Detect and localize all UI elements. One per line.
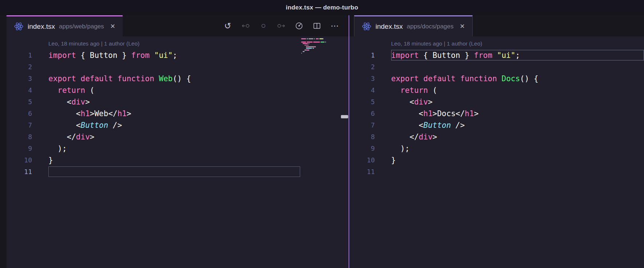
more-actions-icon[interactable]: ⋯ xyxy=(330,21,339,30)
editor-toolbar: ↺ ⋯ xyxy=(223,15,339,36)
code-line-text[interactable]: <Button /> xyxy=(375,119,465,131)
close-icon[interactable]: ✕ xyxy=(110,23,115,30)
code-line-text[interactable]: <h1>Web</h1> xyxy=(32,108,131,119)
code-line: 6 <h1>Web</h1> xyxy=(7,108,349,119)
code-line: 2 xyxy=(349,61,644,73)
close-icon[interactable]: ✕ xyxy=(460,23,465,30)
line-number[interactable]: 11 xyxy=(349,166,375,178)
code-line-text[interactable]: </div> xyxy=(375,131,437,143)
react-file-icon xyxy=(14,21,24,31)
code-area-web[interactable]: Leo, 18 minutes ago | 1 author (Leo)1imp… xyxy=(7,38,349,178)
code-area-docs[interactable]: Leo, 18 minutes ago | 1 author (Leo)1imp… xyxy=(349,38,644,178)
line-number[interactable]: 4 xyxy=(349,84,375,96)
line-number[interactable]: 6 xyxy=(349,108,375,119)
line-number[interactable]: 5 xyxy=(7,96,32,108)
current-change-icon[interactable] xyxy=(259,21,268,30)
code-line-text[interactable]: <h1>Docs</h1> xyxy=(375,108,478,119)
line-number[interactable]: 9 xyxy=(349,143,375,154)
code-line: 11 xyxy=(349,166,644,178)
line-number[interactable]: 1 xyxy=(349,50,375,61)
gitlens-icon[interactable] xyxy=(295,21,303,30)
workbench: index.tsx apps/web/pages ✕ ↺ xyxy=(0,15,644,268)
code-line: 3export default function Web() { xyxy=(7,73,349,84)
code-line-text[interactable]: import { Button } from "ui"; xyxy=(375,50,520,61)
code-line: 2 xyxy=(7,61,349,73)
git-blame-annotation[interactable]: Leo, 18 minutes ago | 1 author (Leo) xyxy=(7,38,349,50)
line-number[interactable]: 8 xyxy=(7,131,32,143)
code-line-text[interactable] xyxy=(32,61,48,73)
code-line: 7 <Button /> xyxy=(349,119,644,131)
history-icon[interactable]: ↺ xyxy=(223,21,232,30)
code-line: 10} xyxy=(349,154,644,166)
next-change-icon[interactable] xyxy=(277,21,286,30)
code-line-text[interactable] xyxy=(375,166,391,178)
code-line: 8 </div> xyxy=(349,131,644,143)
line-number[interactable]: 2 xyxy=(349,61,375,73)
editor-group-left: index.tsx apps/web/pages ✕ ↺ xyxy=(7,15,349,268)
code-line-text[interactable]: } xyxy=(32,154,53,166)
line-number[interactable]: 4 xyxy=(7,84,32,96)
tab-path: apps/docs/pages xyxy=(407,23,454,30)
code-line: 10} xyxy=(7,154,349,166)
code-line: 6 <h1>Docs</h1> xyxy=(349,108,644,119)
titlebar: index.tsx — demo-turbo xyxy=(0,0,644,15)
tabbar-right: index.tsx apps/docs/pages ✕ xyxy=(349,15,644,36)
code-line: 5 <div> xyxy=(349,96,644,108)
tab-index-tsx-docs[interactable]: index.tsx apps/docs/pages ✕ xyxy=(354,15,473,36)
code-line: 1import { Button } from "ui"; xyxy=(7,50,349,61)
tab-path: apps/web/pages xyxy=(59,23,104,30)
code-line: 3export default function Docs() { xyxy=(349,73,644,84)
tabbar-left: index.tsx apps/web/pages ✕ ↺ xyxy=(7,15,349,36)
current-line-highlight xyxy=(48,166,300,177)
editor-group-right: index.tsx apps/docs/pages ✕ Leo, 18 minu… xyxy=(349,15,644,268)
code-line: 7 <Button /> xyxy=(7,119,349,131)
code-line-text[interactable] xyxy=(32,166,48,178)
line-number[interactable]: 3 xyxy=(7,73,32,84)
previous-change-icon[interactable] xyxy=(241,21,250,30)
code-line-text[interactable]: return ( xyxy=(375,84,437,96)
tab-filename: index.tsx xyxy=(28,23,55,31)
line-number[interactable]: 11 xyxy=(7,166,32,178)
code-line: 8 </div> xyxy=(7,131,349,143)
code-line: 9 ); xyxy=(349,143,644,154)
line-number[interactable]: 8 xyxy=(349,131,375,143)
split-editor-icon[interactable] xyxy=(313,21,321,30)
code-line: 9 ); xyxy=(7,143,349,154)
minimap[interactable] xyxy=(301,38,341,56)
code-line-text[interactable]: <div> xyxy=(375,96,433,108)
line-number[interactable]: 9 xyxy=(7,143,32,154)
code-line: 4 return ( xyxy=(349,84,644,96)
line-number[interactable]: 1 xyxy=(7,50,32,61)
code-line: 5 <div> xyxy=(7,96,349,108)
react-file-icon xyxy=(362,21,371,31)
line-number[interactable]: 7 xyxy=(349,119,375,131)
sash-handle[interactable] xyxy=(341,115,348,118)
code-line-text[interactable]: <div> xyxy=(32,96,90,108)
code-line-text[interactable]: </div> xyxy=(32,131,94,143)
line-number[interactable]: 2 xyxy=(7,61,32,73)
line-number[interactable]: 10 xyxy=(7,154,32,166)
code-line: 11 xyxy=(7,166,349,178)
window-title: index.tsx — demo-turbo xyxy=(286,4,358,11)
tab-index-tsx-web[interactable]: index.tsx apps/web/pages ✕ xyxy=(7,15,123,36)
line-number[interactable]: 10 xyxy=(349,154,375,166)
code-line-text[interactable]: ); xyxy=(32,143,67,154)
code-line-text[interactable]: export default function Web() { xyxy=(32,73,191,84)
tab-filename: index.tsx xyxy=(375,23,403,31)
code-line-text[interactable] xyxy=(375,61,391,73)
editor-docs[interactable]: Leo, 18 minutes ago | 1 author (Leo)1imp… xyxy=(349,36,644,268)
git-blame-annotation[interactable]: Leo, 18 minutes ago | 1 author (Leo) xyxy=(349,38,644,50)
code-line-text[interactable]: return ( xyxy=(32,84,94,96)
line-number[interactable]: 3 xyxy=(349,73,375,84)
code-line-text[interactable]: import { Button } from "ui"; xyxy=(32,50,177,61)
code-line-text[interactable]: <Button /> xyxy=(32,119,122,131)
editor-web[interactable]: Leo, 18 minutes ago | 1 author (Leo)1imp… xyxy=(7,36,349,268)
code-line: 1import { Button } from "ui"; xyxy=(349,50,644,61)
code-line-text[interactable]: ); xyxy=(375,143,410,154)
left-rail xyxy=(0,15,7,268)
line-number[interactable]: 5 xyxy=(349,96,375,108)
line-number[interactable]: 7 xyxy=(7,119,32,131)
code-line-text[interactable]: export default function Docs() { xyxy=(375,73,538,84)
line-number[interactable]: 6 xyxy=(7,108,32,119)
code-line-text[interactable]: } xyxy=(375,154,396,166)
